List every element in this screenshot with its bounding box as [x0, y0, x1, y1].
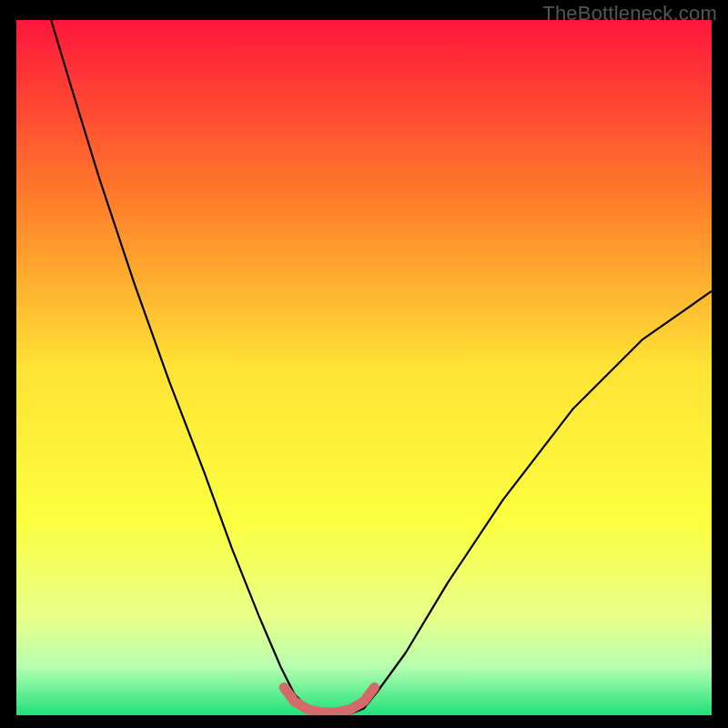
gradient-background: [16, 20, 712, 715]
plot-area: [16, 20, 712, 715]
chart-frame: TheBottleneck.com: [0, 0, 728, 728]
chart-svg: [16, 20, 712, 715]
watermark-text: TheBottleneck.com: [542, 2, 717, 25]
